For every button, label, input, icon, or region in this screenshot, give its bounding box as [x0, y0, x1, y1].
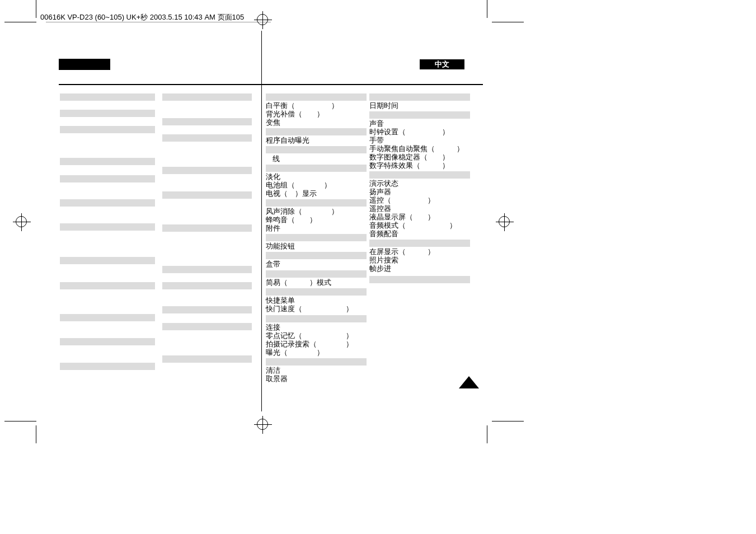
index-heading: [369, 240, 470, 247]
index-heading: [266, 146, 367, 153]
index-entry: 液晶显示屏（ ）: [369, 213, 470, 222]
index-heading: [60, 363, 155, 370]
index-entry: 曝光（ ）: [266, 349, 367, 357]
index-heading: [60, 175, 155, 182]
index-heading: [266, 252, 367, 259]
index-entry: 淡化: [266, 173, 367, 181]
index-heading: [162, 306, 252, 313]
index-heading: [60, 314, 155, 321]
index-entry: 数字特殊效果（ ）: [369, 162, 470, 170]
index-entry: 蜂鸣音（ ）: [266, 216, 367, 224]
index-heading: [266, 128, 367, 135]
index-entry: 电池组（ ）: [266, 181, 367, 190]
index-entry: 程序自动曝光: [266, 137, 367, 145]
index-heading: [266, 315, 367, 322]
index-entry: 手带: [369, 137, 470, 145]
index-entry: 电视（ ）显示: [266, 190, 367, 198]
index-entry: 线: [273, 155, 373, 163]
index-heading: [162, 134, 252, 142]
index-heading: [369, 93, 470, 101]
page-divider-top: [59, 84, 483, 85]
index-heading: [60, 223, 155, 231]
index-heading: [162, 355, 252, 363]
language-tab: 中文: [420, 59, 464, 69]
index-entry: 数字图像稳定器（ ）: [369, 153, 470, 162]
index-entry: 附件: [266, 224, 367, 233]
index-entry: 照片搜索: [369, 256, 470, 265]
index-entry: 简易（ ）模式: [266, 279, 367, 287]
index-entry: 取景器: [266, 375, 367, 383]
registration-mark: [257, 14, 268, 25]
index-entry: 白平衡（ ）: [266, 102, 367, 110]
index-heading: [60, 199, 155, 207]
registration-mark: [16, 216, 27, 227]
index-entry: 风声消除（ ）: [266, 208, 367, 216]
index-heading: [60, 257, 155, 264]
index-entry: 扬声器: [369, 188, 470, 196]
crop-mark: [36, 0, 36, 18]
registration-mark: [499, 216, 510, 227]
index-entry: 遥控器: [369, 205, 470, 213]
index-heading: [266, 358, 367, 366]
index-heading: [266, 93, 367, 101]
index-entry: 快捷菜单: [266, 297, 367, 305]
index-entry: 声音: [369, 120, 470, 128]
index-heading: [369, 171, 470, 179]
index-entry: 盒带: [266, 260, 367, 269]
index-heading: [162, 224, 252, 232]
index-heading: [60, 110, 155, 117]
index-entry: 音频配音: [369, 230, 470, 238]
index-heading: [266, 234, 367, 241]
crop-mark: [36, 425, 36, 443]
index-entry: 零点记忆（ ）: [266, 332, 367, 340]
header-underline: [46, 22, 271, 22]
index-heading: [60, 93, 155, 101]
index-entry: 手动聚焦自动聚焦（ ）: [369, 145, 470, 153]
index-entry: 变焦: [266, 119, 367, 127]
crop-mark: [487, 0, 487, 18]
registration-mark: [257, 419, 268, 430]
page-turn-icon: [459, 376, 479, 388]
index-heading: [162, 93, 252, 101]
index-heading: [60, 126, 155, 133]
index-heading: [60, 158, 155, 165]
index-entry: 帧步进: [369, 265, 470, 273]
page-divider-center: [261, 31, 262, 411]
index-entry: 遥控（ ）: [369, 196, 470, 205]
crop-mark: [4, 22, 36, 22]
index-heading: [162, 167, 252, 174]
section-block: [59, 59, 110, 70]
index-heading: [162, 191, 252, 199]
index-entry: 背光补偿（ ）: [266, 110, 367, 119]
index-heading: [162, 323, 252, 330]
index-heading: [60, 282, 155, 289]
index-entry: 时钟设置（ ）: [369, 128, 470, 137]
index-entry: 音频模式（ ）: [369, 222, 470, 230]
index-entry: 日期时间: [369, 102, 470, 110]
index-heading: [60, 338, 155, 345]
index-entry: 清洁: [266, 367, 367, 375]
index-heading: [162, 118, 252, 125]
index-heading: [266, 270, 367, 278]
index-heading: [266, 288, 367, 296]
crop-mark: [4, 421, 36, 421]
index-entry: 快门速度（ ）: [266, 305, 367, 313]
crop-mark: [492, 22, 524, 22]
index-entry: 在屏显示（ ）: [369, 248, 470, 256]
crop-label: 00616K VP-D23 (60~105) UK+秒 2003.5.15 10…: [40, 12, 244, 22]
index-heading: [162, 266, 252, 273]
index-entry: 连接: [266, 324, 367, 332]
index-heading: [369, 111, 470, 119]
index-entry: 功能按钮: [266, 242, 367, 251]
index-heading: [266, 199, 367, 207]
index-heading: [162, 282, 252, 289]
crop-mark: [487, 425, 487, 443]
index-entry: 拍摄记录搜索（ ）: [266, 340, 367, 349]
index-heading: [369, 276, 470, 283]
index-entry: 演示状态: [369, 180, 470, 188]
index-heading: [266, 165, 367, 172]
crop-mark: [492, 421, 524, 421]
